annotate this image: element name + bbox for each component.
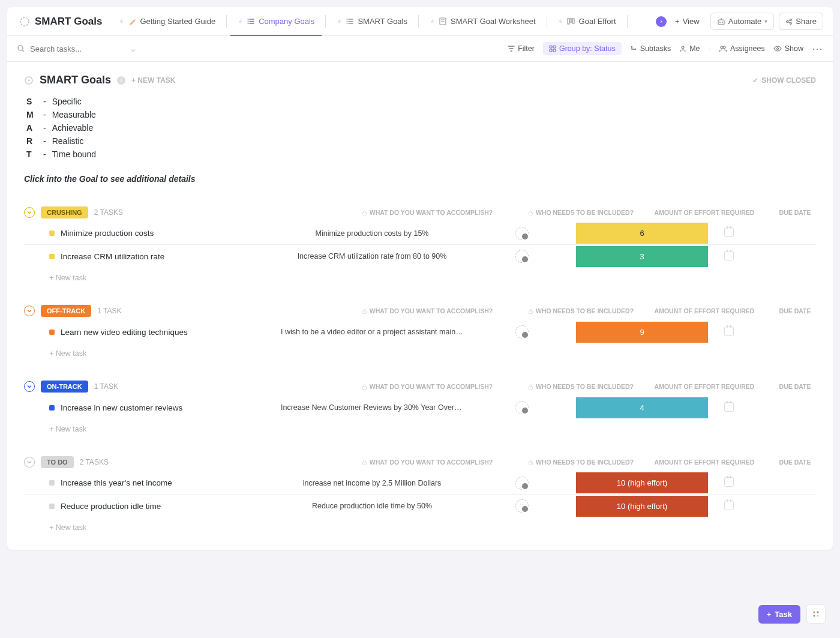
assignee-cell[interactable] <box>468 401 576 414</box>
task-row[interactable]: Increase CRM utilization rate Increase C… <box>24 245 816 268</box>
smart-letter: T <box>26 149 37 159</box>
subtasks-button[interactable]: Subtasks <box>630 44 671 53</box>
task-count: 1 TASK <box>94 382 118 391</box>
effort-cell[interactable]: 10 (high effort) <box>576 472 708 493</box>
status-badge[interactable]: ON-TRACK <box>41 381 88 393</box>
collapse-icon[interactable] <box>24 381 35 392</box>
add-task-button[interactable]: + New task <box>24 343 816 358</box>
collapse-icon[interactable] <box>24 457 35 468</box>
me-button[interactable]: Me <box>679 44 700 53</box>
col-accomplish: WHAT DO YOU WANT TO ACCOMPLISH? <box>331 307 523 314</box>
svg-point-32 <box>723 46 725 49</box>
search-dropdown-icon[interactable]: ⌵ <box>131 44 136 53</box>
collapse-all-icon[interactable] <box>24 76 34 85</box>
task-row[interactable]: Increase in new customer reviews Increas… <box>24 396 816 419</box>
task-row[interactable]: Learn new video editing techniques I wis… <box>24 321 816 343</box>
due-cell[interactable] <box>708 227 750 239</box>
svg-line-20 <box>788 20 790 21</box>
more-menu-icon[interactable]: ⋯ <box>812 42 823 55</box>
tab-getting-started-guide[interactable]: Getting Started Guide <box>112 12 223 31</box>
pin-icon <box>337 19 342 24</box>
add-task-button[interactable]: + New task <box>24 517 816 532</box>
due-cell[interactable] <box>708 251 750 262</box>
show-button[interactable]: Show <box>773 44 803 53</box>
tab-separator <box>226 15 227 28</box>
new-task-button[interactable]: + NEW TASK <box>131 76 175 85</box>
assignee-cell[interactable] <box>468 477 576 490</box>
task-list: Increase this year's net income increase… <box>24 472 816 517</box>
assignees-button[interactable]: Assignees <box>719 44 765 53</box>
svg-point-30 <box>682 46 684 49</box>
due-cell[interactable] <box>708 327 750 338</box>
more-views-icon[interactable]: › <box>656 16 667 27</box>
chevron-down-icon: ▾ <box>764 18 767 25</box>
automate-button[interactable]: Automate ▾ <box>710 13 775 30</box>
smart-word: Measurable <box>52 110 96 119</box>
add-task-button[interactable]: + New task <box>24 268 816 282</box>
tab-separator <box>627 15 628 28</box>
tab-label: SMART Goal Worksheet <box>451 17 536 26</box>
task-name-cell: Reduce production idle time <box>24 502 276 511</box>
smart-word: Specific <box>52 97 82 106</box>
smart-acronym: S-SpecificM-MeasurableA-AchievableR-Real… <box>26 95 816 161</box>
add-view-button[interactable]: + View <box>669 13 706 29</box>
group-off-track: OFF-TRACK 1 TASK WHAT DO YOU WANT TO ACC… <box>24 305 816 358</box>
svg-line-21 <box>788 22 790 23</box>
status-badge[interactable]: OFF-TRACK <box>41 305 91 317</box>
smart-dash: - <box>43 136 46 146</box>
tab-smart-goals[interactable]: SMART Goals <box>329 12 415 31</box>
tab-company-goals[interactable]: Company Goals <box>230 12 322 31</box>
collapse-icon[interactable] <box>24 207 35 218</box>
search: ⌵ <box>17 44 502 53</box>
assignee-placeholder-icon <box>515 227 529 240</box>
search-input[interactable] <box>30 44 126 53</box>
task-name: Increase this year's net income <box>61 478 172 487</box>
task-name-cell: Increase in new customer reviews <box>24 403 276 412</box>
svg-point-29 <box>635 49 636 50</box>
task-row[interactable]: Reduce production idle time Reduce produ… <box>24 495 816 517</box>
assignee-cell[interactable] <box>468 227 576 240</box>
search-icon <box>17 44 25 53</box>
info-icon[interactable]: i <box>117 76 125 85</box>
svg-point-15 <box>722 22 723 23</box>
svg-rect-36 <box>529 212 532 215</box>
due-cell[interactable] <box>708 477 750 489</box>
status-dot-icon <box>49 330 55 335</box>
due-cell[interactable] <box>708 402 750 414</box>
tab-smart-goal-worksheet[interactable]: SMART Goal Worksheet <box>422 12 543 31</box>
filter-button[interactable]: Filter <box>508 44 535 53</box>
collapse-icon[interactable] <box>24 305 35 316</box>
effort-cell[interactable]: 4 <box>576 397 708 418</box>
assignee-cell[interactable] <box>468 250 576 263</box>
assignee-placeholder-icon <box>515 325 529 339</box>
smart-dash: - <box>43 149 46 159</box>
group-header: CRUSHING 2 TASKS WHAT DO YOU WANT TO ACC… <box>24 206 816 218</box>
smart-letter: R <box>26 136 37 146</box>
assignee-cell[interactable] <box>468 325 576 339</box>
share-button[interactable]: Share <box>779 13 823 30</box>
effort-cell[interactable]: 10 (high effort) <box>576 496 708 517</box>
status-badge[interactable]: CRUSHING <box>41 206 88 218</box>
task-row[interactable]: Increase this year's net income increase… <box>24 472 816 495</box>
add-task-button[interactable]: + New task <box>24 419 816 433</box>
effort-cell[interactable]: 3 <box>576 246 708 267</box>
svg-point-22 <box>18 46 23 50</box>
effort-cell[interactable]: 9 <box>576 322 708 343</box>
task-name: Minimize production costs <box>61 229 154 238</box>
people-icon <box>719 45 727 52</box>
show-closed-button[interactable]: ✓ SHOW CLOSED <box>752 76 816 85</box>
tab-label: Getting Started Guide <box>140 17 215 26</box>
due-cell[interactable] <box>708 501 750 512</box>
assignee-cell[interactable] <box>468 499 576 513</box>
task-row[interactable]: Minimize production costs Minimize produ… <box>24 222 816 245</box>
group-by-button[interactable]: Group by: Status <box>543 42 622 55</box>
effort-cell[interactable]: 6 <box>576 223 708 244</box>
robot-icon <box>717 17 725 26</box>
smart-row: R-Realistic <box>26 134 816 148</box>
svg-rect-25 <box>553 46 556 48</box>
pin-icon <box>238 19 243 24</box>
status-badge[interactable]: TO DO <box>41 456 74 468</box>
svg-point-33 <box>776 48 778 50</box>
tab-goal-effort[interactable]: Goal Effort <box>551 12 623 31</box>
tab-separator <box>547 15 547 28</box>
